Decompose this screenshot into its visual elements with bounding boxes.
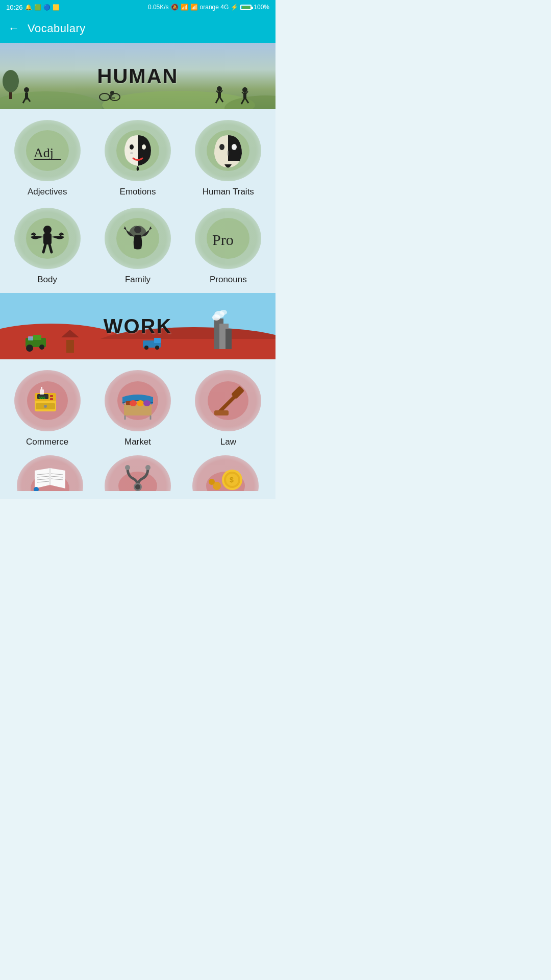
book-icon <box>27 460 73 491</box>
human-title: HUMAN <box>97 65 179 88</box>
svg-point-0 <box>0 91 102 109</box>
law-icon <box>205 378 251 424</box>
app-icon-2: 🔵 <box>43 4 51 11</box>
svg-point-35 <box>232 144 237 150</box>
human-traits-label: Human Traits <box>203 187 254 197</box>
svg-point-85 <box>143 400 151 406</box>
back-button[interactable]: ← <box>8 22 19 35</box>
svg-point-76 <box>44 405 47 408</box>
emotions-icon <box>115 128 161 174</box>
emotions-item[interactable]: Emotions <box>94 117 181 197</box>
partial-item-3[interactable]: $ <box>184 455 267 491</box>
app-bar: ← Vocabulary <box>0 14 276 43</box>
svg-rect-73 <box>50 395 53 397</box>
body-blob <box>14 208 81 269</box>
svg-point-31 <box>142 144 146 150</box>
stethoscope-icon <box>115 460 161 491</box>
svg-rect-65 <box>154 338 161 343</box>
app-icon-1: 🟩 <box>34 4 41 11</box>
body-item[interactable]: Body <box>4 205 90 285</box>
market-icon <box>115 378 161 424</box>
market-item[interactable]: Market <box>94 368 181 447</box>
battery-icon <box>240 5 252 10</box>
family-icon <box>115 215 161 261</box>
svg-rect-38 <box>43 233 52 244</box>
signal-icon: 📶 <box>190 4 198 11</box>
market-icon-wrap <box>102 368 173 434</box>
svg-point-104 <box>145 465 151 470</box>
svg-point-63 <box>220 310 227 315</box>
emotions-blob <box>105 120 171 181</box>
svg-rect-74 <box>50 398 53 400</box>
partial-blob-2 <box>105 455 171 491</box>
svg-point-20 <box>242 87 247 92</box>
human-traits-item[interactable]: Human Traits <box>185 117 271 197</box>
pronouns-item[interactable]: Pro Pronouns <box>185 205 271 285</box>
status-left: 10:26 🔔 🟩 🔵 🟨 <box>6 4 60 11</box>
svg-rect-91 <box>214 410 229 415</box>
pronouns-blob: Pro <box>195 208 261 269</box>
svg-point-34 <box>219 144 224 150</box>
law-label: Law <box>220 437 236 447</box>
pronouns-icon: Pro <box>205 215 251 261</box>
human-traits-icon-wrap <box>192 117 264 184</box>
charging-icon: ⚡ <box>231 4 238 11</box>
svg-text:$: $ <box>230 476 234 484</box>
svg-point-39 <box>43 226 52 234</box>
family-icon-wrap <box>102 205 173 272</box>
svg-rect-77 <box>40 389 44 395</box>
law-item[interactable]: Law <box>185 368 271 447</box>
body-label: Body <box>37 275 57 285</box>
adjectives-blob: Adj <box>14 120 81 181</box>
commerce-icon-wrap: $$$ <box>12 368 83 434</box>
work-section: WORK $$$ <box>0 293 276 499</box>
svg-point-84 <box>137 400 144 406</box>
svg-point-14 <box>217 86 222 91</box>
work-title: WORK <box>104 315 172 338</box>
svg-point-106 <box>135 484 140 489</box>
adjectives-icon-wrap: Adj <box>12 117 83 184</box>
svg-rect-57 <box>66 340 74 353</box>
human-category-section: Adj Adjectives <box>0 109 276 293</box>
battery-percent: 100% <box>254 4 269 11</box>
human-hero-banner: HUMAN <box>0 43 276 109</box>
market-blob <box>105 370 171 431</box>
svg-text:Adj: Adj <box>34 145 54 160</box>
wifi-icon: 📶 <box>181 4 188 11</box>
adjectives-label: Adjectives <box>28 187 67 197</box>
pronouns-label: Pronouns <box>210 275 247 285</box>
human-grid: Adj Adjectives <box>4 117 271 285</box>
law-icon-wrap <box>192 368 264 434</box>
commerce-blob: $$$ <box>14 370 81 431</box>
svg-text:$$$: $$$ <box>39 396 45 400</box>
coin-icon: $ <box>203 460 248 491</box>
partial-item-2[interactable] <box>96 455 180 491</box>
status-right: 0.05K/s 🔕 📶 📶 orange 4G ⚡ 100% <box>148 4 269 11</box>
svg-point-83 <box>130 400 137 406</box>
emotions-label: Emotions <box>120 187 156 197</box>
network-speed: 0.05K/s <box>148 4 169 11</box>
svg-point-66 <box>144 346 148 350</box>
adjectives-item[interactable]: Adj Adjectives <box>4 117 90 197</box>
work-category-section: $$$ Commerce <box>0 359 276 499</box>
commerce-label: Commerce <box>26 437 68 447</box>
family-item[interactable]: Family <box>94 205 181 285</box>
work-hero-banner: WORK <box>0 293 276 359</box>
partial-blob-1 <box>17 455 83 491</box>
market-label: Market <box>124 437 151 447</box>
status-bar: 10:26 🔔 🟩 🔵 🟨 0.05K/s 🔕 📶 📶 orange 4G ⚡ … <box>0 0 276 14</box>
svg-point-32 <box>130 152 133 154</box>
carrier-label: orange 4G <box>200 4 229 11</box>
partial-item-1[interactable] <box>8 455 92 491</box>
body-icon-wrap <box>12 205 83 272</box>
app-title: Vocabulary <box>28 22 86 35</box>
svg-point-67 <box>155 346 159 350</box>
svg-point-11 <box>99 93 110 101</box>
family-label: Family <box>125 275 151 285</box>
human-section: HUMAN Adj Adjectives <box>0 43 276 293</box>
law-blob <box>195 370 261 431</box>
svg-point-30 <box>130 144 134 150</box>
work-grid: $$$ Commerce <box>4 368 271 447</box>
time: 10:26 <box>6 4 23 11</box>
commerce-item[interactable]: $$$ Commerce <box>4 368 90 447</box>
